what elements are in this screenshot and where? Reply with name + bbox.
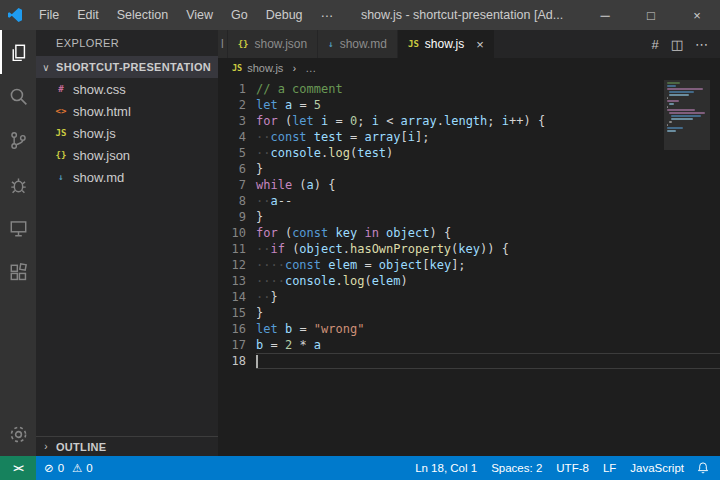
code-editor[interactable]: 1// a comment2let a = 53for (let i = 0; …: [218, 78, 720, 456]
line-content[interactable]: ··if (object.hasOwnProperty(key)) {: [256, 241, 720, 257]
run-debug-icon[interactable]: [0, 162, 36, 206]
main-area: EXPLORER ∨ SHORTCUT-PRESENTATION #show.c…: [0, 30, 720, 456]
minimap-line: [669, 91, 694, 93]
settings-gear-icon[interactable]: [0, 412, 36, 456]
line-content[interactable]: for (const key in object) {: [256, 225, 720, 241]
line-number[interactable]: 17: [218, 337, 256, 353]
line-content[interactable]: }: [256, 161, 720, 177]
code-line: 14··}: [218, 289, 720, 305]
line-number[interactable]: 3: [218, 113, 256, 129]
file-show.md[interactable]: ↓show.md: [36, 166, 218, 188]
line-content[interactable]: // a comment: [256, 81, 720, 97]
code-token: ··: [256, 290, 270, 304]
remote-indicator[interactable]: ><: [0, 456, 36, 480]
minimap[interactable]: [664, 80, 710, 138]
line-content[interactable]: ··const test = array[i];: [256, 129, 720, 145]
line-number[interactable]: 2: [218, 97, 256, 113]
line-number[interactable]: 9: [218, 209, 256, 225]
code-token: object: [299, 242, 342, 256]
symbols-action-icon[interactable]: #: [651, 37, 658, 52]
status-cursor-position[interactable]: Ln 18, Col 1: [408, 456, 484, 480]
line-content[interactable]: ··}: [256, 289, 720, 305]
menu-go[interactable]: Go: [222, 0, 257, 30]
menu-view[interactable]: View: [177, 0, 222, 30]
breadcrumb-file[interactable]: show.js: [247, 62, 283, 74]
menu-debug[interactable]: Debug: [257, 0, 312, 30]
remote-explorer-icon[interactable]: [0, 206, 36, 250]
code-token: a: [270, 194, 277, 208]
status-encoding[interactable]: UTF-8: [549, 456, 596, 480]
code-token: ····: [256, 258, 285, 272]
activity-bar-spacer: [0, 294, 36, 412]
line-content[interactable]: for (let i = 0; i < array.length; i++) {: [256, 113, 720, 129]
search-icon[interactable]: [0, 74, 36, 118]
extensions-icon[interactable]: [0, 250, 36, 294]
source-control-icon[interactable]: [0, 118, 36, 162]
line-number[interactable]: 11: [218, 241, 256, 257]
close-window-button[interactable]: ×: [674, 0, 720, 30]
file-show.json[interactable]: {}show.json: [36, 144, 218, 166]
line-number[interactable]: 15: [218, 305, 256, 321]
line-number[interactable]: 1: [218, 81, 256, 97]
code-token: ];: [451, 258, 465, 272]
code-token: if: [270, 242, 284, 256]
line-content[interactable]: b = 2 * a: [256, 337, 720, 353]
code-line: 7while (a) {: [218, 177, 720, 193]
maximize-button[interactable]: □: [628, 0, 674, 30]
explorer-icon[interactable]: [0, 30, 36, 74]
breadcrumb[interactable]: JS show.js › …: [218, 58, 720, 78]
line-number[interactable]: 16: [218, 321, 256, 337]
file-show.css[interactable]: #show.css: [36, 78, 218, 100]
tab-show.md[interactable]: ↓show.md: [318, 30, 398, 58]
close-icon[interactable]: ×: [476, 37, 484, 52]
split-editor-icon[interactable]: ◫: [671, 37, 683, 52]
line-content[interactable]: let a = 5: [256, 97, 720, 113]
line-content[interactable]: ··console.log(test): [256, 145, 720, 161]
code-token: ++) {: [509, 114, 545, 128]
line-content[interactable]: while (a) {: [256, 177, 720, 193]
code-line: 5··console.log(test): [218, 145, 720, 161]
line-content[interactable]: }: [256, 305, 720, 321]
file-show.js[interactable]: JSshow.js: [36, 122, 218, 144]
line-content[interactable]: }: [256, 209, 720, 225]
code-token: }: [256, 210, 263, 224]
line-content[interactable]: ····const elem = object[key];: [256, 257, 720, 273]
menu-file[interactable]: File: [30, 0, 68, 30]
more-actions-icon[interactable]: ⋯: [695, 37, 708, 52]
status-indentation[interactable]: Spaces: 2: [484, 456, 549, 480]
status-language-mode[interactable]: JavaScript: [623, 456, 691, 480]
tab-show.json[interactable]: {}show.json: [228, 30, 319, 58]
code-token: console: [270, 146, 321, 160]
code-token: elem: [328, 258, 357, 272]
code-token: let: [292, 114, 314, 128]
status-eol[interactable]: LF: [596, 456, 623, 480]
file-show.html[interactable]: <>show.html: [36, 100, 218, 122]
line-number[interactable]: 10: [218, 225, 256, 241]
folder-root[interactable]: ∨ SHORTCUT-PRESENTATION: [36, 56, 218, 78]
line-number[interactable]: 8: [218, 193, 256, 209]
breadcrumb-symbol[interactable]: …: [305, 62, 316, 74]
line-number[interactable]: 4: [218, 129, 256, 145]
menu-selection[interactable]: Selection: [108, 0, 177, 30]
line-content[interactable]: [256, 353, 720, 369]
line-number[interactable]: 12: [218, 257, 256, 273]
menu-more[interactable]: ⋯: [312, 0, 343, 30]
code-line: 2let a = 5: [218, 97, 720, 113]
problems-status[interactable]: ⊘ 0 ⚠ 0: [36, 461, 101, 475]
line-number[interactable]: 7: [218, 177, 256, 193]
line-number[interactable]: 14: [218, 289, 256, 305]
line-content[interactable]: let b = "wrong": [256, 321, 720, 337]
outline-section[interactable]: › OUTLINE: [36, 436, 218, 456]
minimap-line: [667, 130, 676, 132]
line-content[interactable]: ··a--: [256, 193, 720, 209]
line-number[interactable]: 6: [218, 161, 256, 177]
tab-show.js[interactable]: JSshow.js×: [398, 30, 495, 58]
line-number[interactable]: 18: [218, 353, 256, 369]
menu-edit[interactable]: Edit: [68, 0, 108, 30]
notifications-bell-icon[interactable]: [691, 461, 720, 475]
line-number[interactable]: 13: [218, 273, 256, 289]
tab-l[interactable]: l: [218, 30, 228, 58]
minimize-button[interactable]: ─: [582, 0, 628, 30]
line-content[interactable]: ····console.log(elem): [256, 273, 720, 289]
line-number[interactable]: 5: [218, 145, 256, 161]
